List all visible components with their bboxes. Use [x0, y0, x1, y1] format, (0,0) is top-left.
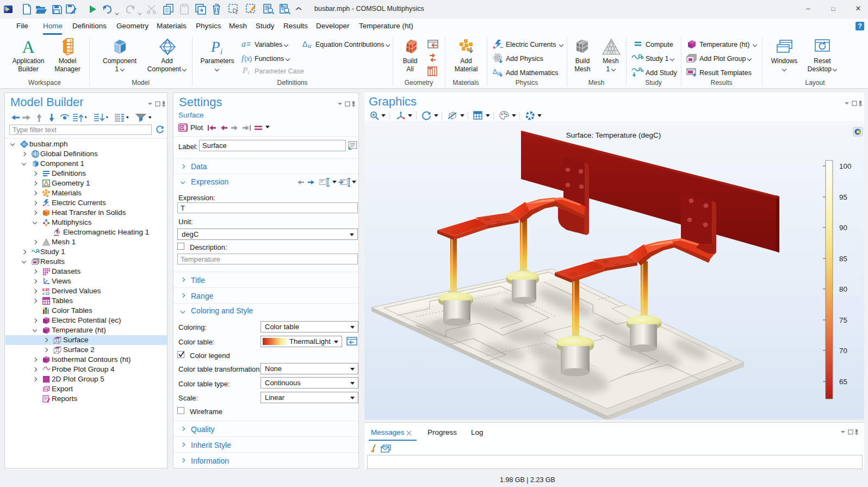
svg-text:P: P — [242, 66, 247, 75]
svg-text:P: P — [210, 39, 220, 55]
svg-text:Surface: Temperature (degC): Surface: Temperature (degC) — [566, 131, 661, 139]
svg-text:u: u — [497, 69, 500, 77]
svg-text:): ) — [250, 54, 252, 63]
svg-text:−: − — [500, 44, 503, 50]
svg-text:75: 75 — [839, 316, 847, 324]
svg-text:u: u — [308, 41, 312, 49]
svg-text:80: 80 — [839, 285, 847, 293]
svg-text:=: = — [246, 40, 251, 48]
svg-text:e-12: e-12 — [42, 291, 49, 295]
svg-text:Δ: Δ — [302, 40, 307, 48]
svg-text:90: 90 — [839, 224, 847, 232]
svg-text:i: i — [220, 47, 222, 56]
svg-text:65: 65 — [839, 378, 847, 386]
svg-text:−: − — [47, 203, 50, 207]
svg-text:i: i — [248, 70, 250, 76]
svg-text:100: 100 — [839, 162, 852, 170]
svg-text:Δ: Δ — [493, 68, 497, 76]
svg-text:a: a — [241, 39, 246, 48]
svg-text:85: 85 — [839, 255, 847, 263]
svg-text:8.85: 8.85 — [42, 287, 49, 291]
svg-text:+: + — [493, 45, 496, 50]
svg-text:95: 95 — [839, 193, 847, 201]
svg-text:+: + — [42, 203, 45, 207]
svg-text:70: 70 — [839, 347, 847, 355]
svg-text:A: A — [22, 38, 34, 56]
